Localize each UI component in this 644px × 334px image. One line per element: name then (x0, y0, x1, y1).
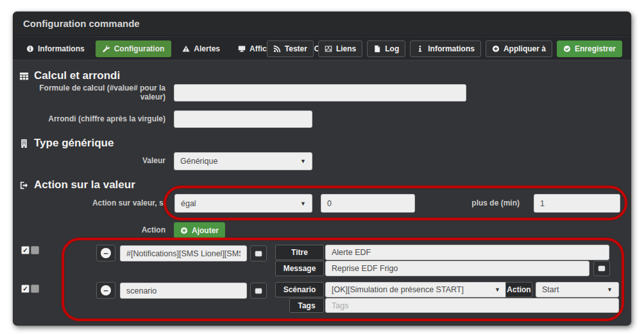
row2-remove-button[interactable]: − (96, 282, 115, 299)
appliquer-label: Appliquer à (504, 44, 546, 53)
list-alt-icon (598, 265, 606, 272)
message-input[interactable] (325, 261, 589, 276)
action-label: Action (19, 222, 165, 238)
scenario-action-select-value: Start (542, 285, 559, 294)
tab-label: Configuration (114, 44, 165, 53)
informations-button[interactable]: Informations (410, 40, 481, 57)
valeur-select[interactable]: Générique ▼ (174, 152, 312, 170)
valeur-label: Valeur (19, 152, 165, 170)
row2-secondary-checkbox[interactable] (31, 285, 39, 293)
formule-label: Formule de calcul (#value# pour la valeu… (19, 84, 165, 101)
caret-down-icon: ▼ (607, 286, 613, 293)
dialog-title: Configuration commande (23, 12, 140, 36)
plus-circle-icon (180, 227, 188, 234)
message-list-button[interactable] (593, 261, 610, 276)
enregistrer-label: Enregistrer (575, 44, 616, 53)
row1-command-list-button[interactable] (250, 245, 267, 261)
tab-informations[interactable]: Informations (19, 40, 92, 57)
log-label: Log (385, 44, 399, 53)
wrench-icon (103, 45, 110, 53)
tab-label: Alertes (194, 44, 220, 53)
tags-cell: Tags (289, 298, 324, 313)
arrondi-label: Arrondi (chiffre après la virgule) (19, 110, 165, 128)
tags-input[interactable] (325, 298, 619, 313)
monitor-icon (238, 45, 246, 53)
row2-command-list-button[interactable] (250, 283, 267, 299)
plus-circle-icon (492, 45, 500, 53)
appliquer-button[interactable]: Appliquer à (486, 40, 552, 57)
scenario-select-value: [OK][Simulation de présence START] (332, 285, 464, 294)
table-icon (19, 71, 29, 81)
titre-cell: Titre (275, 245, 324, 260)
informations-label: Informations (428, 44, 475, 53)
threshold-input[interactable] (321, 194, 415, 213)
section-calcul-header: Calcul et arrondi (19, 69, 120, 82)
list-alt-icon (255, 250, 262, 258)
section-calcul-title: Calcul et arrondi (34, 69, 120, 82)
titre-input[interactable] (325, 245, 609, 260)
list-alt-icon (255, 287, 262, 295)
scenario-select[interactable]: [OK][Simulation de présence START] ▼ (325, 282, 507, 297)
caret-down-icon: ▼ (300, 158, 306, 164)
valeur-select-value: Générique (180, 157, 217, 166)
sitemap-frame-icon (325, 45, 332, 53)
tab-alertes[interactable]: Alertes (175, 40, 227, 57)
scenario-action-select[interactable]: Start ▼ (536, 282, 619, 297)
check-circle-icon (563, 45, 571, 53)
condition-label: Action sur valeur, si (19, 194, 165, 213)
ajouter-label: Ajouter (192, 226, 219, 235)
tester-label: Tester (285, 44, 307, 53)
row2-enabled-checkbox[interactable]: ✓ (21, 285, 30, 293)
liens-button[interactable]: Liens (318, 40, 362, 57)
action-toolbar: Tester Liens Log Informations Appliquer … (267, 37, 622, 60)
building-icon (19, 139, 29, 148)
scenario-action-cell: Action (505, 282, 532, 297)
tab-label: Informations (38, 44, 85, 53)
rss-icon (273, 45, 281, 53)
check-icon: ✓ (22, 285, 28, 292)
scenario-cell: Scénario (275, 282, 324, 297)
row1-secondary-checkbox[interactable] (31, 246, 39, 254)
section-type-title: Type générique (34, 137, 114, 150)
section-action-title: Action sur la valeur (34, 179, 135, 191)
section-type-header: Type générique (19, 137, 114, 150)
info-icon (416, 45, 424, 53)
row1-remove-button[interactable]: − (96, 245, 115, 261)
dialog-titlebar: Configuration commande (13, 12, 631, 36)
log-button[interactable]: Log (367, 40, 405, 57)
row1-enabled-checkbox[interactable]: ✓ (21, 246, 30, 254)
tester-button[interactable]: Tester (267, 40, 314, 57)
check-icon: ✓ (22, 247, 28, 254)
operator-select[interactable]: égal ▼ (174, 194, 312, 213)
formule-input[interactable] (174, 84, 466, 101)
arrondi-input[interactable] (174, 110, 312, 128)
minus-circle-icon: − (101, 248, 111, 258)
tab-configuration[interactable]: Configuration (96, 40, 172, 57)
duration-label: plus de (min) (423, 194, 520, 213)
enregistrer-button[interactable]: Enregistrer (557, 40, 622, 57)
duration-input[interactable] (534, 194, 620, 213)
operator-select-value: égal (181, 199, 196, 208)
configuration-dialog: Configuration commande Informations Conf… (13, 12, 631, 326)
caret-down-icon: ▼ (300, 200, 306, 207)
section-action-header: Action sur la valeur (19, 179, 135, 191)
liens-label: Liens (336, 44, 356, 53)
file-icon (373, 45, 381, 53)
info-circle-icon (26, 45, 34, 53)
tab-bar: Informations Configuration Alertes Affic… (13, 37, 631, 60)
row1-command-input[interactable] (120, 245, 247, 261)
message-cell: Message (275, 261, 324, 276)
sign-out-icon (19, 180, 29, 190)
row2-command-input[interactable] (120, 283, 247, 299)
warning-icon (182, 45, 190, 53)
ajouter-button[interactable]: Ajouter (174, 222, 225, 238)
minus-circle-icon: − (101, 285, 111, 295)
caret-down-icon: ▼ (495, 286, 500, 293)
